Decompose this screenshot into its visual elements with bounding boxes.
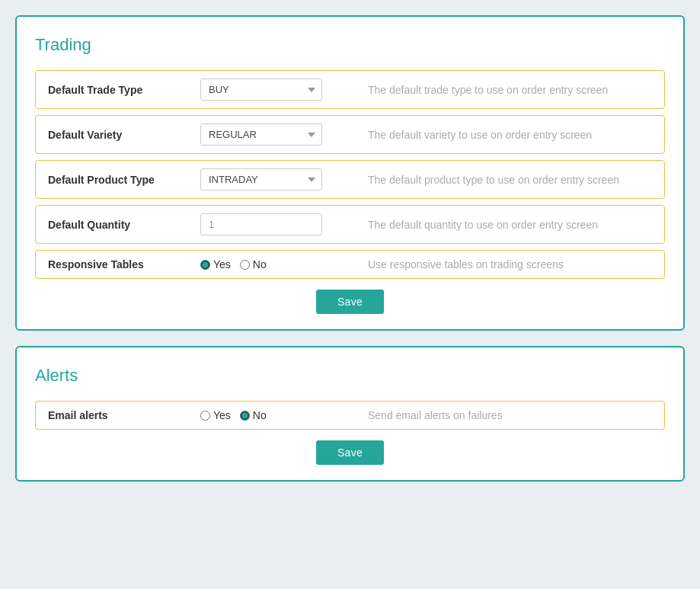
alerts-title: Alerts <box>35 366 665 386</box>
responsive-tables-no-radio[interactable] <box>240 260 250 270</box>
default-quantity-row: Default Quantity The default quantity to… <box>35 205 665 244</box>
default-trade-type-control: BUY SELL <box>200 78 353 101</box>
default-variety-label: Default Variety <box>48 129 200 141</box>
default-product-type-control: INTRADAY DELIVERY MARGIN <box>200 168 353 190</box>
default-variety-row: Default Variety REGULAR AMO CO BO The de… <box>35 115 665 154</box>
email-alerts-desc: Send email alerts on failures <box>353 409 652 421</box>
responsive-tables-no-label[interactable]: No <box>240 258 267 270</box>
trading-save-button[interactable]: Save <box>316 290 384 314</box>
email-alerts-yes-label[interactable]: Yes <box>200 409 231 421</box>
default-quantity-input[interactable] <box>200 213 322 235</box>
alerts-card: Alerts Email alerts Yes No Send email al… <box>15 346 685 482</box>
default-product-type-label: Default Product Type <box>48 174 200 186</box>
alerts-save-button[interactable]: Save <box>316 440 384 465</box>
default-quantity-control <box>200 213 353 235</box>
responsive-tables-yes-radio[interactable] <box>200 260 210 270</box>
responsive-tables-yes-label[interactable]: Yes <box>200 258 231 270</box>
trading-save-row: Save <box>35 290 665 314</box>
trading-title: Trading <box>35 35 665 55</box>
email-alerts-no-text: No <box>253 409 267 421</box>
responsive-tables-row: Responsive Tables Yes No Use responsive … <box>35 250 665 279</box>
email-alerts-row: Email alerts Yes No Send email alerts on… <box>35 401 665 430</box>
email-alerts-no-label[interactable]: No <box>240 409 267 421</box>
default-variety-desc: The default variety to use on order entr… <box>353 129 652 141</box>
responsive-tables-desc: Use responsive tables on trading screens <box>353 258 652 270</box>
email-alerts-yes-text: Yes <box>213 409 231 421</box>
default-trade-type-desc: The default trade type to use on order e… <box>353 84 652 96</box>
responsive-tables-control: Yes No <box>200 258 353 270</box>
default-trade-type-row: Default Trade Type BUY SELL The default … <box>35 70 665 109</box>
default-product-type-row: Default Product Type INTRADAY DELIVERY M… <box>35 160 665 199</box>
responsive-tables-label: Responsive Tables <box>48 258 200 270</box>
email-alerts-control: Yes No <box>200 409 353 421</box>
email-alerts-label: Email alerts <box>48 409 200 421</box>
default-product-type-select[interactable]: INTRADAY DELIVERY MARGIN <box>200 168 322 190</box>
responsive-tables-no-text: No <box>253 258 267 270</box>
default-quantity-label: Default Quantity <box>48 219 200 231</box>
default-trade-type-label: Default Trade Type <box>48 84 200 96</box>
responsive-tables-radio-group: Yes No <box>200 258 353 270</box>
default-quantity-desc: The default quantity to use on order ent… <box>353 219 652 231</box>
trading-card: Trading Default Trade Type BUY SELL The … <box>15 15 685 331</box>
alerts-save-row: Save <box>35 440 665 465</box>
email-alerts-yes-radio[interactable] <box>200 411 210 421</box>
default-product-type-desc: The default product type to use on order… <box>353 174 652 186</box>
email-alerts-radio-group: Yes No <box>200 409 353 421</box>
default-variety-select[interactable]: REGULAR AMO CO BO <box>200 123 322 146</box>
responsive-tables-yes-text: Yes <box>213 258 231 270</box>
default-variety-control: REGULAR AMO CO BO <box>200 123 353 146</box>
email-alerts-no-radio[interactable] <box>240 411 250 421</box>
default-trade-type-select[interactable]: BUY SELL <box>200 78 322 101</box>
